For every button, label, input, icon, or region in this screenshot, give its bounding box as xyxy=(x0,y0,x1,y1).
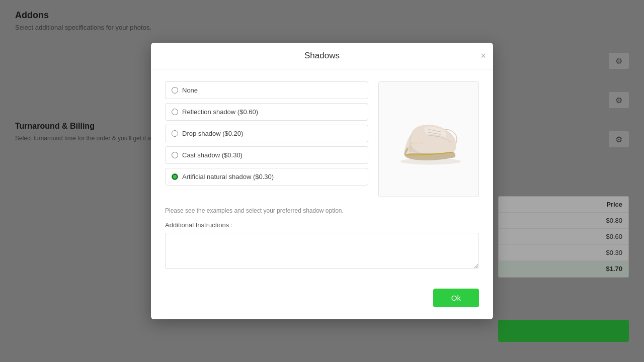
option-reflection[interactable]: Reflection shadow ($0.60) xyxy=(165,103,368,121)
ok-button[interactable]: Ok xyxy=(433,289,479,307)
option-drop[interactable]: Drop shadow ($0.20) xyxy=(165,125,368,142)
option-cast[interactable]: Cast shadow ($0.30) xyxy=(165,146,368,164)
radio-cast[interactable] xyxy=(172,152,178,158)
modal-overlay: Shadows × None Reflection shadow ($0.60) xyxy=(0,0,644,362)
radio-none[interactable] xyxy=(172,87,178,94)
label-none: None xyxy=(182,86,198,94)
shadow-preview xyxy=(378,81,479,197)
modal-header: Shadows × xyxy=(151,43,493,69)
label-artificial: Artificial natural shadow ($0.30) xyxy=(182,173,274,180)
radio-drop[interactable] xyxy=(172,130,178,137)
additional-instructions-input[interactable] xyxy=(165,233,479,269)
shadows-modal: Shadows × None Reflection shadow ($0.60) xyxy=(151,43,493,319)
modal-content-row: None Reflection shadow ($0.60) Drop shad… xyxy=(165,81,479,197)
shadow-options-list: None Reflection shadow ($0.60) Drop shad… xyxy=(165,81,368,197)
modal-footer: Ok xyxy=(151,283,493,319)
additional-label: Additional Instructions : xyxy=(165,221,479,229)
modal-body: None Reflection shadow ($0.60) Drop shad… xyxy=(151,69,493,283)
modal-title: Shadows xyxy=(304,51,340,61)
label-cast: Cast shadow ($0.30) xyxy=(182,151,243,159)
modal-close-button[interactable]: × xyxy=(480,51,486,60)
shoe-illustration xyxy=(388,104,469,174)
option-none[interactable]: None xyxy=(165,81,368,99)
option-artificial[interactable]: Artificial natural shadow ($0.30) xyxy=(165,168,368,186)
label-drop: Drop shadow ($0.20) xyxy=(182,130,243,137)
radio-artificial[interactable] xyxy=(172,173,178,180)
helper-text: Please see the examples and select your … xyxy=(165,207,479,214)
radio-reflection[interactable] xyxy=(172,109,178,115)
label-reflection: Reflection shadow ($0.60) xyxy=(182,108,258,116)
